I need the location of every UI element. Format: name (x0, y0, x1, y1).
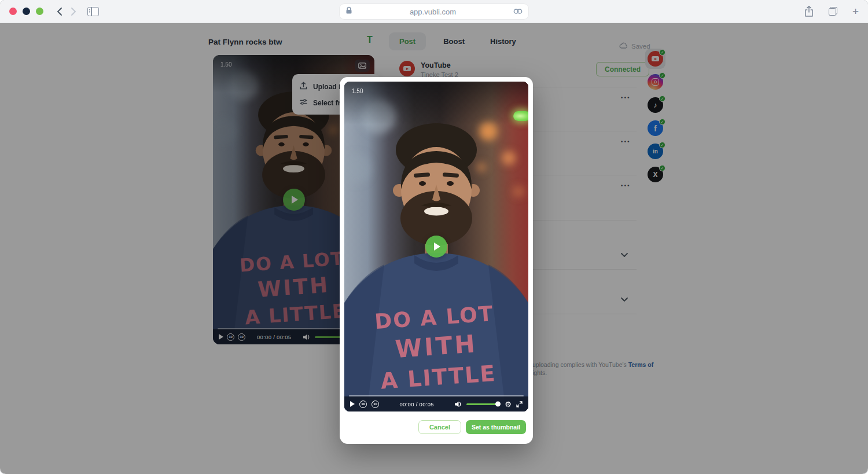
time-display: 00:00 / 00:05 (399, 401, 433, 407)
top-fade (344, 82, 528, 124)
browser-window: app.vubli.com + Pat Flynn rocks btw T Po… (0, 0, 868, 474)
back-button[interactable] (56, 6, 63, 17)
player-controls: 10 10 00:00 / 00:05 ⚙ (344, 396, 528, 411)
minimize-window-button[interactable] (23, 8, 30, 15)
sidebar-toggle-icon[interactable] (87, 7, 99, 16)
forward-10-icon[interactable]: 10 (372, 400, 379, 408)
playback-speed-badge: 1.50 (352, 88, 363, 94)
browser-toolbar: app.vubli.com + (0, 0, 868, 23)
link-icon[interactable] (513, 6, 523, 17)
app-content: Pat Flynn rocks btw T Post Boost History… (0, 23, 868, 474)
volume-icon[interactable] (454, 401, 462, 407)
address-bar[interactable]: app.vubli.com (340, 4, 528, 19)
toolbar-right-actions: + (804, 6, 859, 17)
set-as-thumbnail-button[interactable]: Set as thumbnail (466, 420, 526, 434)
zoom-window-button[interactable] (36, 8, 43, 15)
modal-video-player[interactable]: DO A LOTWITHA LITTLE 1.50 10 10 00:00 / … (344, 82, 528, 411)
traffic-lights (9, 8, 43, 15)
rewind-10-icon[interactable]: 10 (359, 400, 367, 408)
set-thumbnail-modal: DO A LOTWITHA LITTLE 1.50 10 10 00:00 / … (340, 77, 533, 444)
fullscreen-icon[interactable] (516, 401, 523, 407)
lock-icon (345, 6, 352, 17)
shirt-text-line: WITH (394, 329, 478, 363)
url-text: app.vubli.com (352, 8, 513, 16)
forward-button[interactable] (70, 6, 77, 17)
share-icon[interactable] (804, 6, 814, 17)
close-window-button[interactable] (9, 8, 17, 15)
play-button[interactable] (425, 236, 447, 258)
green-bokeh-light (513, 111, 528, 121)
volume-slider[interactable] (466, 403, 500, 405)
new-tab-button[interactable]: + (852, 6, 859, 17)
settings-gear-icon[interactable]: ⚙ (505, 400, 512, 408)
cancel-button[interactable]: Cancel (418, 420, 461, 434)
tab-overview-icon[interactable] (829, 7, 837, 16)
modal-footer: Cancel Set as thumbnail (418, 420, 526, 434)
play-icon[interactable] (350, 401, 355, 407)
